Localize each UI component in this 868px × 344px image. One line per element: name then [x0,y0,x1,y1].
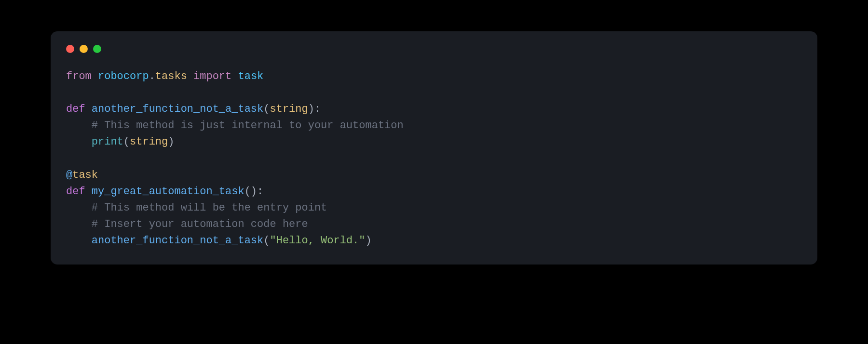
code-line: @task [66,169,98,181]
string-literal: "Hello, World." [270,235,365,247]
builtin-print: print [92,136,123,148]
paren-close: ): [308,103,321,115]
arg-name: string [130,136,168,148]
code-line: # Insert your automation code here [66,218,308,230]
keyword-def: def [66,103,85,115]
comment: # Insert your automation code here [92,218,308,230]
paren-close: ) [366,235,372,247]
dot: . [149,70,155,82]
function-name: my_great_automation_task [92,185,244,198]
indent [66,202,92,214]
function-name: another_function_not_a_task [92,103,263,115]
indent [66,119,92,132]
maximize-icon[interactable] [93,45,101,53]
module-attr: tasks [155,70,187,82]
code-line: another_function_not_a_task("Hello, Worl… [66,235,372,247]
parens: (): [244,185,264,198]
keyword-def: def [66,185,85,198]
minimize-icon[interactable] [80,45,88,53]
import-name: task [238,70,263,82]
code-line: print(string) [66,136,174,148]
paren-open: ( [263,235,270,247]
code-line: # This method will be the entry point [66,202,327,214]
close-icon[interactable] [66,45,74,53]
code-window: from robocorp.tasks import task def anot… [51,31,817,265]
param-name: string [270,103,308,115]
decorator-at: @ [66,169,72,181]
keyword-from: from [66,70,92,82]
paren-open: ( [123,136,130,148]
comment: # This method will be the entry point [92,202,327,214]
code-line: from robocorp.tasks import task [66,70,263,82]
code-line: def my_great_automation_task(): [66,185,263,198]
module-name: robocorp [98,70,149,82]
code-line: # This method is just internal to your a… [66,119,404,132]
decorator-name: task [72,169,98,181]
code-content: from robocorp.tasks import task def anot… [66,68,802,249]
indent [66,235,92,247]
window-traffic-lights [66,45,802,53]
paren-open: ( [263,103,270,115]
code-line: def another_function_not_a_task(string): [66,103,321,115]
indent [66,218,92,230]
function-call: another_function_not_a_task [92,235,263,247]
comment: # This method is just internal to your a… [92,119,404,132]
paren-close: ) [168,136,174,148]
keyword-import: import [193,70,231,82]
indent [66,136,92,148]
